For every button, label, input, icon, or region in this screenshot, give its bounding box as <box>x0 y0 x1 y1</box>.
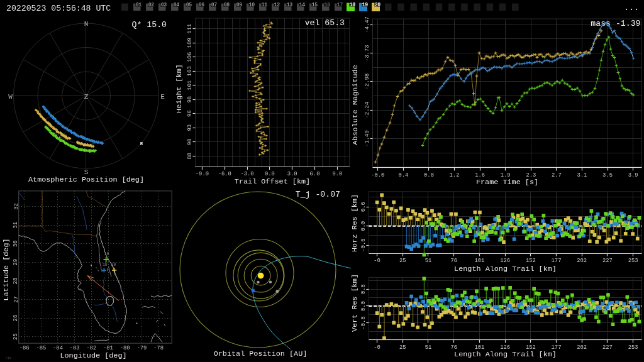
svg-text:Longitude [deg]: Longitude [deg] <box>60 351 126 360</box>
svg-text:-9.0: -9.0 <box>196 171 209 177</box>
svg-text:3.9: 3.9 <box>628 172 638 178</box>
svg-text:109: 109 <box>187 38 193 48</box>
svg-text:3.1: 3.1 <box>577 172 587 178</box>
svg-text:25: 25 <box>13 333 19 340</box>
svg-text:R: R <box>140 141 143 146</box>
svg-text:Length Along Trail [km]: Length Along Trail [km] <box>454 265 557 273</box>
svg-text:-0.0: -0.0 <box>371 172 384 178</box>
svg-text:15: 15 <box>312 2 318 8</box>
svg-text:-80: -80 <box>120 345 130 351</box>
svg-text:-2.24: -2.24 <box>364 102 370 118</box>
svg-text:10: 10 <box>249 2 255 8</box>
svg-text:07: 07 <box>211 2 217 8</box>
svg-text:227: 227 <box>602 258 613 264</box>
svg-text:0.8: 0.8 <box>360 284 367 294</box>
svg-text:Q* 15.0: Q* 15.0 <box>132 20 167 30</box>
svg-text:-6.0: -6.0 <box>218 171 231 177</box>
svg-text:31: 31 <box>13 222 19 229</box>
svg-text:1.2: 1.2 <box>450 172 460 178</box>
svg-text:106: 106 <box>187 52 193 62</box>
svg-text:111: 111 <box>187 24 193 34</box>
svg-text:05: 05 <box>186 2 192 8</box>
svg-text:25: 25 <box>399 258 406 264</box>
svg-text:08: 08 <box>224 2 230 8</box>
svg-text:-84: -84 <box>53 345 63 351</box>
svg-text:32: 32 <box>13 203 19 210</box>
svg-text:01: 01 <box>136 2 142 8</box>
svg-text:Height [km]: Height [km] <box>175 64 184 113</box>
svg-text:03: 03 <box>161 2 167 8</box>
svg-text:-81: -81 <box>103 345 113 351</box>
svg-text:101: 101 <box>187 80 193 90</box>
svg-text:76: 76 <box>450 258 457 264</box>
svg-text:29: 29 <box>13 259 19 266</box>
svg-text:96: 96 <box>187 110 193 117</box>
svg-text:06: 06 <box>199 2 204 8</box>
svg-text:Frame Time [s]: Frame Time [s] <box>476 178 538 187</box>
svg-text:-1.49: -1.49 <box>364 130 370 146</box>
svg-text:90: 90 <box>187 138 193 145</box>
svg-text:9.0: 9.0 <box>332 171 342 177</box>
svg-text:18: 18 <box>104 252 109 256</box>
svg-text:20220523 05:56:48 UTC: 20220523 05:56:48 UTC <box>6 4 111 13</box>
svg-text:mass -1.39: mass -1.39 <box>591 19 640 28</box>
svg-text:-83: -83 <box>70 345 80 351</box>
svg-text:-4.47: -4.47 <box>364 16 370 33</box>
svg-text:-0: -0 <box>374 344 380 351</box>
svg-text:18: 18 <box>350 2 355 8</box>
svg-text:Absolute Magnitude: Absolute Magnitude <box>351 65 360 145</box>
svg-text:-0: -0 <box>374 258 380 264</box>
svg-text:vel 65.3: vel 65.3 <box>305 18 345 28</box>
svg-text:Trail Offset [km]: Trail Offset [km] <box>235 177 310 186</box>
svg-text:W: W <box>8 93 13 101</box>
svg-text:25: 25 <box>399 344 406 351</box>
svg-text:Latitude [deg]: Latitude [deg] <box>2 238 11 300</box>
svg-text:202: 202 <box>577 344 587 351</box>
svg-text:93: 93 <box>187 124 193 131</box>
svg-text:E: E <box>160 93 165 101</box>
svg-text:N: N <box>84 20 89 28</box>
svg-text:0.0: 0.0 <box>360 301 367 311</box>
svg-text:-0.6: -0.6 <box>360 239 367 252</box>
svg-text:0.0: 0.0 <box>360 221 367 231</box>
svg-text:0.6: 0.6 <box>360 202 367 212</box>
svg-text:rjw: rjw <box>6 356 11 359</box>
svg-text:19: 19 <box>103 263 108 267</box>
svg-text:227: 227 <box>602 344 613 351</box>
svg-text:-2.98: -2.98 <box>364 74 370 90</box>
svg-text:09: 09 <box>236 2 242 8</box>
svg-text:04: 04 <box>174 2 179 8</box>
svg-text:51: 51 <box>425 258 432 264</box>
svg-text:14: 14 <box>299 2 305 8</box>
svg-text:2.7: 2.7 <box>552 172 562 178</box>
svg-text:Length Along Trail [km]: Length Along Trail [km] <box>454 350 557 359</box>
svg-text:20: 20 <box>111 263 116 267</box>
svg-text:11: 11 <box>262 2 267 8</box>
svg-text:152: 152 <box>526 344 536 351</box>
svg-text:Vert Res [km]: Vert Res [km] <box>350 274 359 332</box>
svg-text:-79: -79 <box>136 345 147 351</box>
svg-text:253: 253 <box>628 344 638 351</box>
svg-text:0.4: 0.4 <box>398 172 408 178</box>
svg-text:88: 88 <box>187 153 193 160</box>
svg-text:98: 98 <box>187 96 193 103</box>
svg-text:101: 101 <box>474 344 484 351</box>
svg-text:Orbital Position [AU]: Orbital Position [AU] <box>214 349 308 358</box>
svg-text:0.8: 0.8 <box>424 172 434 178</box>
svg-text:0.0: 0.0 <box>265 171 275 177</box>
svg-text:T_j -0.07: T_j -0.07 <box>296 190 340 199</box>
svg-text:-86: -86 <box>19 345 30 351</box>
svg-text:253: 253 <box>628 258 638 264</box>
svg-text:02: 02 <box>148 2 154 8</box>
svg-text:27: 27 <box>13 296 19 303</box>
svg-text:6.0: 6.0 <box>310 171 320 177</box>
svg-text:Horz Res [km]: Horz Res [km] <box>350 194 359 252</box>
svg-text:76: 76 <box>450 344 457 351</box>
svg-text:Atmospheric Position [deg]: Atmospheric Position [deg] <box>28 175 144 184</box>
svg-text:-3.0: -3.0 <box>241 171 254 177</box>
svg-text:202: 202 <box>577 258 587 264</box>
svg-text:126: 126 <box>500 344 510 351</box>
svg-text:126: 126 <box>500 258 510 264</box>
svg-text:17: 17 <box>337 2 343 8</box>
svg-text:-85: -85 <box>36 345 46 351</box>
